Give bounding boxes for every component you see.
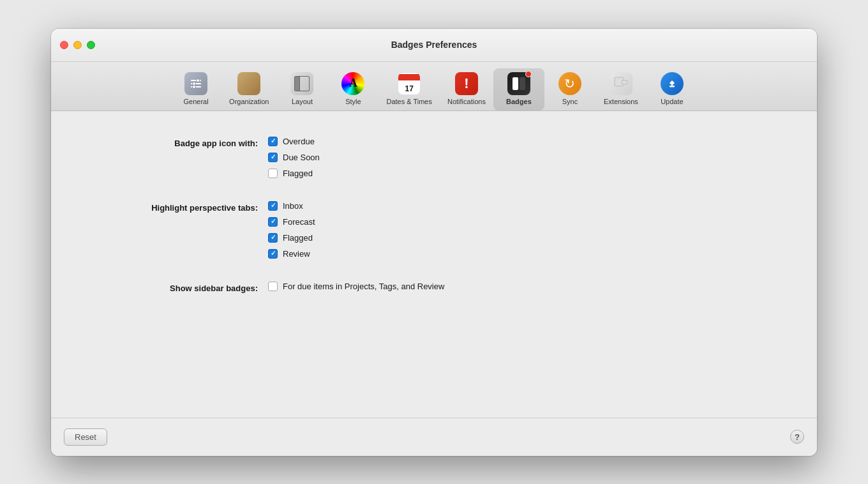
svg-rect-6 — [513, 77, 518, 90]
update-icon — [661, 72, 684, 95]
overdue-checkbox[interactable] — [268, 137, 278, 146]
toolbar-label-badges: Badges — [506, 98, 532, 105]
toolbar-item-badges[interactable]: Badges — [493, 68, 544, 110]
toolbar-item-style[interactable]: Style — [327, 68, 378, 110]
reset-button[interactable]: Reset — [64, 428, 107, 446]
organization-icon — [237, 72, 260, 95]
due-soon-row: Due Soon — [268, 153, 320, 162]
preferences-window: Badges Preferences General — [51, 29, 817, 456]
highlight-section: Highlight perspective tabs: Inbox Foreca… — [89, 201, 779, 259]
extensions-icon — [610, 72, 632, 95]
inbox-row: Inbox — [268, 201, 315, 211]
svg-marker-11 — [672, 80, 675, 86]
toolbar-label-style: Style — [345, 98, 361, 105]
footer: Reset ? — [51, 418, 817, 456]
toolbar-item-general[interactable]: General — [170, 68, 221, 110]
toolbar-label-notifications: Notifications — [447, 98, 486, 105]
toolbar-item-dates-times[interactable]: 17 Dates & Times — [378, 68, 440, 110]
sidebar-section: Show sidebar badges: For due items in Pr… — [89, 282, 779, 294]
general-icon — [184, 72, 207, 95]
highlight-section-label: Highlight perspective tabs: — [89, 201, 268, 214]
window-title: Badges Preferences — [391, 40, 477, 50]
toolbar-item-extensions[interactable]: Extensions — [595, 68, 647, 110]
toolbar-label-extensions: Extensions — [604, 98, 638, 105]
sidebar-section-label: Show sidebar badges: — [89, 282, 268, 294]
layout-icon — [290, 72, 313, 95]
toolbar-item-layout[interactable]: Layout — [276, 68, 327, 110]
sidebar-due-row: For due items in Projects, Tags, and Rev… — [268, 282, 444, 291]
flagged-badge-row: Flagged — [268, 169, 320, 178]
maximize-button[interactable] — [87, 41, 95, 49]
dates-icon: 17 — [398, 72, 421, 95]
titlebar: Badges Preferences — [51, 29, 817, 62]
sidebar-due-checkbox[interactable] — [268, 282, 278, 291]
forecast-checkbox[interactable] — [268, 217, 278, 227]
review-row: Review — [268, 249, 315, 259]
flagged-highlight-row: Flagged — [268, 233, 315, 243]
svg-rect-7 — [520, 77, 525, 90]
toolbar-item-sync[interactable]: ↻ Sync — [544, 68, 595, 110]
flagged-badge-label: Flagged — [283, 169, 313, 178]
toolbar-label-dates-times: Dates & Times — [386, 98, 432, 105]
flagged-highlight-checkbox[interactable] — [268, 233, 278, 243]
flagged-badge-checkbox[interactable] — [268, 169, 278, 178]
badge-checkboxes: Overdue Due Soon Flagged — [268, 137, 320, 178]
sidebar-due-label: For due items in Projects, Tags, and Rev… — [283, 282, 444, 291]
svg-rect-12 — [670, 86, 675, 87]
badges-icon — [507, 72, 530, 95]
traffic-lights — [60, 41, 95, 49]
forecast-row: Forecast — [268, 217, 315, 227]
help-button[interactable]: ? — [790, 430, 804, 444]
inbox-label: Inbox — [283, 201, 303, 211]
review-checkbox[interactable] — [268, 249, 278, 259]
badge-section: Badge app icon with: Overdue Due Soon Fl… — [89, 137, 779, 178]
review-label: Review — [283, 249, 310, 259]
notifications-icon: ! — [455, 72, 478, 95]
overdue-label: Overdue — [283, 137, 315, 146]
sync-icon: ↻ — [558, 72, 581, 95]
svg-point-1 — [193, 82, 196, 85]
forecast-label: Forecast — [283, 217, 315, 227]
svg-marker-10 — [670, 80, 672, 86]
due-soon-label: Due Soon — [283, 153, 320, 162]
style-icon — [341, 72, 364, 95]
content-area: Badge app icon with: Overdue Due Soon Fl… — [51, 111, 817, 418]
sidebar-checkboxes: For due items in Projects, Tags, and Rev… — [268, 282, 444, 291]
toolbar: General Organization — [51, 62, 817, 111]
toolbar-label-general: General — [184, 98, 209, 105]
badge-section-label: Badge app icon with: — [89, 137, 268, 149]
due-soon-checkbox[interactable] — [268, 153, 278, 162]
minimize-button[interactable] — [73, 41, 82, 49]
svg-point-5 — [193, 85, 196, 88]
toolbar-item-organization[interactable]: Organization — [221, 68, 276, 110]
toolbar-label-sync: Sync — [562, 98, 578, 105]
overdue-row: Overdue — [268, 137, 320, 146]
flagged-highlight-label: Flagged — [283, 233, 313, 243]
svg-point-3 — [197, 79, 200, 82]
highlight-checkboxes: Inbox Forecast Flagged Review — [268, 201, 315, 259]
toolbar-item-update[interactable]: Update — [647, 68, 698, 110]
toolbar-label-organization: Organization — [229, 98, 269, 105]
toolbar-label-update: Update — [661, 98, 683, 105]
close-button[interactable] — [60, 41, 68, 49]
svg-rect-9 — [622, 80, 627, 84]
toolbar-item-notifications[interactable]: ! Notifications — [440, 68, 493, 110]
toolbar-label-layout: Layout — [292, 98, 313, 105]
inbox-checkbox[interactable] — [268, 201, 278, 211]
